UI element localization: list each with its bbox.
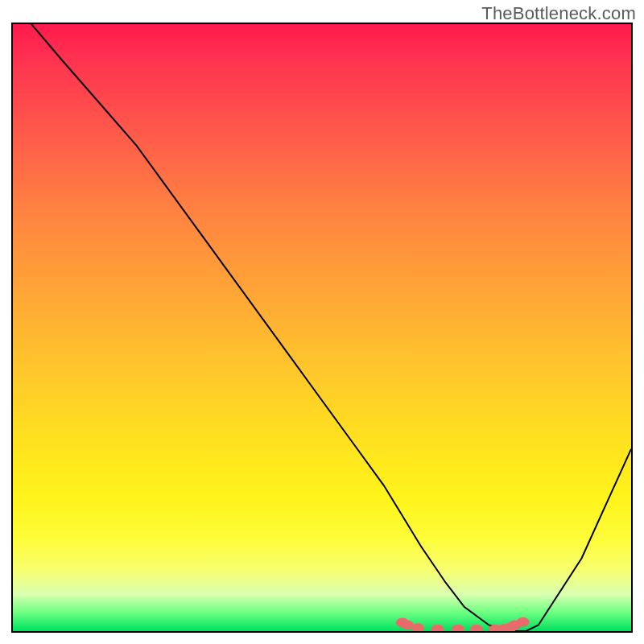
marker-group [396,617,530,631]
watermark-text: TheBottleneck.com [481,3,636,24]
curve-path [31,24,631,631]
marker-dot [452,625,464,631]
chart-svg [13,24,631,631]
marker-dot [470,625,483,631]
marker-dot [517,617,530,627]
marker-dot [431,625,444,631]
chart-plot-area [11,23,633,633]
